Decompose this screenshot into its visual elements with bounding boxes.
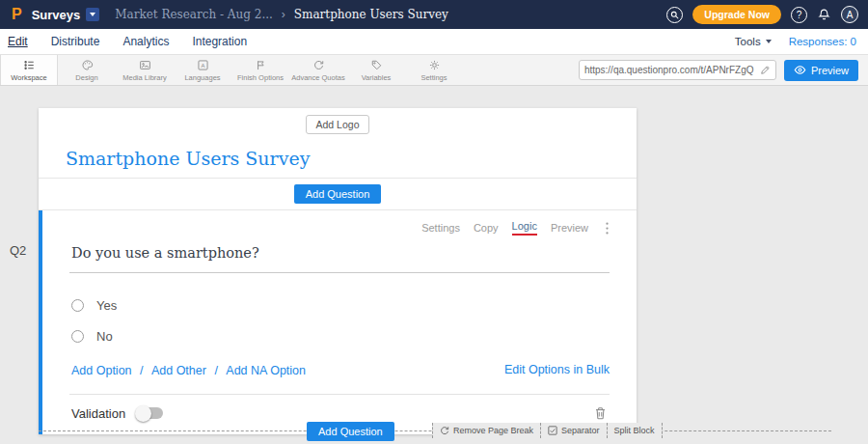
editor-toolbar: Workspace Design Media Library A Languag… bbox=[0, 55, 868, 86]
top-bar: P Surveys Market Research - Aug 2... › S… bbox=[0, 0, 868, 29]
surveys-dropdown[interactable]: Surveys bbox=[32, 8, 100, 22]
answer-option-row: No bbox=[69, 329, 610, 344]
toolbar-item-settings[interactable]: Settings bbox=[405, 55, 463, 85]
gear-icon bbox=[428, 59, 441, 71]
toolbar-item-label: Design bbox=[75, 73, 97, 82]
survey-url-input[interactable] bbox=[584, 65, 760, 75]
edit-pencil-icon[interactable] bbox=[760, 65, 771, 75]
chevron-down-icon bbox=[86, 8, 99, 21]
link-separator: / bbox=[140, 364, 143, 377]
validation-toggle[interactable] bbox=[137, 407, 163, 419]
toolbar-item-label: Advance Quotas bbox=[291, 73, 344, 82]
tools-label: Tools bbox=[735, 36, 761, 47]
edit-options-in-bulk-link[interactable]: Edit Options in Bulk bbox=[504, 363, 610, 376]
workspace-list-icon bbox=[23, 59, 36, 71]
tab-edit[interactable]: Edit bbox=[8, 35, 28, 48]
radio-button-no[interactable] bbox=[71, 330, 84, 343]
toolbar-item-variables[interactable]: Variables bbox=[347, 55, 405, 85]
more-options-icon[interactable] bbox=[605, 221, 610, 236]
toolbar-right: Preview bbox=[579, 60, 858, 81]
option-label-no[interactable]: No bbox=[96, 329, 113, 344]
main-nav: Edit Distribute Analytics Integration To… bbox=[0, 29, 868, 55]
bell-icon[interactable] bbox=[817, 8, 831, 22]
tab-analytics[interactable]: Analytics bbox=[122, 35, 169, 48]
validation-left: Validation bbox=[71, 406, 163, 421]
add-option-link[interactable]: Add Option bbox=[71, 364, 132, 377]
option-label-yes[interactable]: Yes bbox=[96, 298, 117, 313]
preview-button[interactable]: Preview bbox=[784, 60, 858, 81]
question-menu: Settings Copy Logic Preview bbox=[69, 216, 610, 237]
tab-integration[interactable]: Integration bbox=[192, 35, 247, 48]
question-menu-logic[interactable]: Logic bbox=[512, 220, 537, 236]
toolbar-item-media-library[interactable]: Media Library bbox=[116, 55, 174, 85]
remove-page-break-button[interactable]: Remove Page Break bbox=[433, 423, 540, 438]
tools-dropdown[interactable]: Tools bbox=[735, 36, 772, 47]
radio-button-yes[interactable] bbox=[71, 299, 84, 312]
toggle-knob bbox=[135, 405, 151, 422]
page-break-row: Add Question Remove Page Break Separator… bbox=[39, 422, 831, 441]
validation-label: Validation bbox=[71, 406, 125, 421]
toolbar-item-label: Variables bbox=[362, 73, 392, 82]
toolbar-item-label: Media Library bbox=[122, 73, 166, 82]
chevron-down-icon bbox=[766, 40, 772, 43]
avatar[interactable]: A bbox=[841, 6, 858, 23]
questionpro-logo[interactable]: P bbox=[10, 6, 28, 23]
question-menu-settings[interactable]: Settings bbox=[421, 222, 460, 234]
remove-page-break-label: Remove Page Break bbox=[453, 426, 533, 435]
search-icon[interactable] bbox=[666, 7, 683, 23]
survey-url-field bbox=[579, 60, 776, 80]
add-question-button-top[interactable]: Add Question bbox=[294, 184, 382, 204]
help-icon[interactable]: ? bbox=[791, 7, 807, 23]
sync-arrows-icon bbox=[312, 59, 325, 71]
toolbar-item-languages[interactable]: A Languages bbox=[174, 55, 231, 85]
survey-canvas: Q2 Add Logo Smartphone Users Survey Add … bbox=[0, 86, 868, 444]
toolbar-item-label: Languages bbox=[184, 73, 220, 82]
option-links-row: Add Option / Add Other / Add NA Option E… bbox=[69, 361, 610, 378]
question-block: Settings Copy Logic Preview Do you use a… bbox=[39, 210, 637, 434]
breadcrumb-parent[interactable]: Market Research - Aug 2... bbox=[115, 8, 273, 21]
surveys-label: Surveys bbox=[32, 8, 81, 22]
preview-label: Preview bbox=[811, 65, 849, 76]
answer-option-row: Yes bbox=[69, 298, 610, 313]
add-question-button-bottom[interactable]: Add Question bbox=[307, 422, 394, 441]
toolbar-items: Workspace Design Media Library A Languag… bbox=[0, 55, 463, 85]
svg-text:A: A bbox=[201, 62, 204, 68]
language-icon: A bbox=[197, 59, 209, 71]
survey-title[interactable]: Smartphone Users Survey bbox=[66, 148, 637, 169]
add-option-links: Add Option / Add Other / Add NA Option bbox=[71, 361, 306, 378]
question-text[interactable]: Do you use a smartphone? bbox=[69, 245, 610, 273]
toolbar-item-design[interactable]: Design bbox=[58, 55, 116, 85]
add-question-row: Add Question bbox=[39, 178, 637, 210]
tab-distribute[interactable]: Distribute bbox=[51, 35, 100, 48]
add-logo-button[interactable]: Add Logo bbox=[306, 115, 370, 134]
toolbar-item-finish-options[interactable]: Finish Options bbox=[231, 55, 289, 85]
toolbar-item-label: Finish Options bbox=[237, 73, 284, 82]
checkbox-checked-icon bbox=[548, 426, 557, 435]
nav-right: Tools Responses: 0 bbox=[735, 36, 856, 47]
tag-icon bbox=[370, 59, 383, 71]
toolbar-item-label: Workspace bbox=[11, 73, 46, 82]
add-na-option-link[interactable]: Add NA Option bbox=[226, 364, 306, 377]
separator-toggle[interactable]: Separator bbox=[540, 423, 607, 438]
nav-tabs: Edit Distribute Analytics Integration bbox=[8, 29, 247, 54]
split-block-label: Split Block bbox=[614, 426, 655, 435]
upgrade-button[interactable]: Upgrade Now bbox=[692, 5, 781, 24]
breadcrumb-current: Smartphone Users Survey bbox=[294, 8, 448, 21]
top-bar-right: Upgrade Now ? A bbox=[666, 5, 858, 24]
circular-arrow-icon bbox=[440, 426, 449, 435]
link-separator: / bbox=[214, 364, 217, 377]
palette-icon bbox=[81, 59, 94, 71]
responses-count[interactable]: Responses: 0 bbox=[789, 36, 856, 47]
toolbar-item-advance-quotas[interactable]: Advance Quotas bbox=[289, 55, 347, 85]
question-menu-copy[interactable]: Copy bbox=[474, 222, 499, 234]
survey-card: Add Logo Smartphone Users Survey Add Que… bbox=[39, 108, 637, 434]
eye-icon bbox=[794, 64, 806, 76]
toolbar-item-workspace[interactable]: Workspace bbox=[0, 55, 58, 85]
breadcrumb-separator-icon: › bbox=[282, 8, 285, 21]
delete-question-icon[interactable] bbox=[593, 405, 608, 421]
question-menu-preview[interactable]: Preview bbox=[551, 222, 588, 234]
add-other-link[interactable]: Add Other bbox=[151, 364, 206, 377]
page-break-controls: Remove Page Break Separator Split Block bbox=[432, 423, 663, 438]
split-block-button[interactable]: Split Block bbox=[607, 423, 662, 438]
toolbar-item-label: Settings bbox=[420, 73, 447, 82]
